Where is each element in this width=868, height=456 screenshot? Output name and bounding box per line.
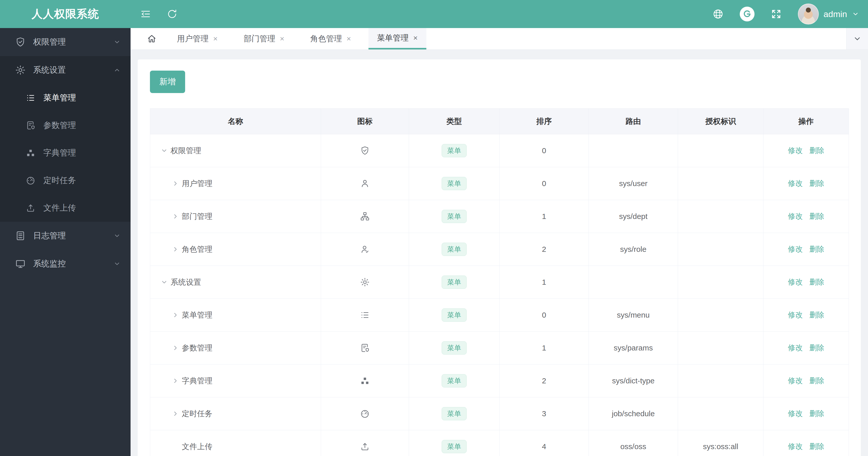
cell-perm [678, 364, 764, 397]
close-icon[interactable]: × [346, 35, 351, 42]
cell-type: 菜单 [409, 134, 499, 167]
edit-link[interactable]: 修改 [788, 146, 803, 155]
cell-route [589, 134, 678, 167]
chevron-down-icon[interactable] [160, 147, 168, 155]
edit-link[interactable]: 修改 [788, 179, 803, 187]
close-icon[interactable]: × [280, 35, 285, 42]
table-row: 定时任务菜单3job/schedule修改删除 [150, 397, 849, 430]
schedule-icon [360, 409, 370, 419]
chevron-right-icon[interactable] [172, 246, 179, 253]
sidebar-subitem-字典管理[interactable]: 字典管理 [0, 139, 130, 167]
dict-icon [360, 376, 370, 386]
menu-name: 菜单管理 [182, 310, 212, 320]
cell-name: 字典管理 [150, 364, 321, 397]
cell-route: sys/user [589, 167, 678, 200]
chevron-right-icon[interactable] [172, 377, 179, 385]
cell-perm [678, 167, 764, 200]
tab-菜单管理[interactable]: 菜单管理× [369, 28, 427, 50]
edit-link[interactable]: 修改 [788, 278, 803, 286]
menu-table: 名称图标类型排序路由授权标识操作 权限管理菜单0修改删除用户管理菜单0sys/u… [150, 108, 849, 456]
type-badge: 菜单 [442, 440, 467, 453]
delete-link[interactable]: 删除 [809, 344, 824, 352]
params-icon [360, 343, 370, 353]
chevron-right-icon[interactable] [172, 410, 179, 418]
close-icon[interactable]: × [213, 35, 218, 42]
cell-type: 菜单 [409, 167, 499, 200]
edit-link[interactable]: 修改 [788, 344, 803, 352]
edit-link[interactable]: 修改 [788, 377, 803, 385]
table-row: 角色管理菜单2sys/role修改删除 [150, 233, 849, 266]
cell-sort: 4 [499, 430, 589, 456]
gear-icon [360, 277, 370, 287]
sidebar-subitem-定时任务[interactable]: 定时任务 [0, 167, 130, 194]
user-menu[interactable]: admin [798, 4, 859, 25]
tab-部门管理[interactable]: 部门管理× [235, 28, 293, 50]
cell-sort: 3 [499, 397, 589, 430]
delete-link[interactable]: 删除 [809, 278, 824, 286]
tab-overflow-button[interactable] [846, 28, 868, 50]
delete-link[interactable]: 删除 [809, 442, 824, 450]
add-button[interactable]: 新增 [150, 71, 185, 93]
chevron-right-icon[interactable] [172, 311, 179, 319]
cell-type: 菜单 [409, 266, 499, 299]
sidebar-subitem-label: 参数管理 [43, 120, 76, 131]
refresh-icon[interactable] [166, 8, 178, 20]
tab-home[interactable] [146, 28, 157, 50]
cell-perm [678, 266, 764, 299]
sidebar-subitem-label: 字典管理 [43, 147, 76, 159]
close-icon[interactable]: × [413, 34, 418, 42]
upload-icon [26, 203, 36, 213]
avatar[interactable] [798, 4, 819, 25]
shield-check-icon [360, 145, 370, 156]
chevron-right-icon[interactable] [172, 180, 179, 187]
sidebar-item-系统监控[interactable]: 系统监控 [0, 250, 130, 278]
cell-sort: 1 [499, 332, 589, 364]
gitee-icon[interactable] [740, 7, 754, 22]
delete-link[interactable]: 删除 [809, 409, 824, 418]
edit-link[interactable]: 修改 [788, 311, 803, 319]
delete-link[interactable]: 删除 [809, 245, 824, 253]
sidebar-item-label: 系统监控 [33, 258, 66, 269]
delete-link[interactable]: 删除 [809, 146, 824, 155]
cell-sort: 2 [499, 233, 589, 266]
sidebar-subitem-参数管理[interactable]: 参数管理 [0, 111, 130, 139]
edit-link[interactable]: 修改 [788, 442, 803, 450]
menu-name: 字典管理 [182, 376, 212, 386]
chevron-right-icon[interactable] [172, 213, 179, 220]
sidebar-subitem-label: 菜单管理 [43, 92, 76, 103]
delete-link[interactable]: 删除 [809, 179, 824, 187]
cell-icon [321, 299, 409, 332]
menu-name: 用户管理 [182, 178, 212, 189]
delete-link[interactable]: 删除 [809, 311, 824, 319]
menu-name: 定时任务 [182, 409, 212, 419]
sidebar-item-日志管理[interactable]: 日志管理 [0, 222, 130, 250]
sidebar-item-系统设置[interactable]: 系统设置 [0, 56, 130, 84]
sidebar-item-权限管理[interactable]: 权限管理 [0, 28, 130, 56]
cell-route: sys/params [589, 332, 678, 364]
upload-icon [360, 442, 370, 452]
cell-perm [678, 200, 764, 233]
table-row: 部门管理菜单1sys/dept修改删除 [150, 200, 849, 233]
dict-icon [26, 148, 36, 158]
sidebar-subitem-文件上传[interactable]: 文件上传 [0, 194, 130, 222]
cell-actions: 修改删除 [764, 364, 849, 397]
edit-link[interactable]: 修改 [788, 212, 803, 220]
globe-icon[interactable] [712, 8, 724, 20]
fullscreen-icon[interactable] [770, 8, 782, 20]
edit-link[interactable]: 修改 [788, 245, 803, 253]
chevron-down-icon[interactable] [160, 278, 168, 286]
table-row: 用户管理菜单0sys/user修改删除 [150, 167, 849, 200]
chevron-right-icon[interactable] [172, 344, 179, 352]
cell-route: sys/dict-type [589, 364, 678, 397]
list-icon [360, 310, 370, 320]
list-icon [26, 93, 36, 103]
menu-fold-icon[interactable] [140, 8, 152, 20]
tab-用户管理[interactable]: 用户管理× [168, 28, 226, 50]
sidebar-subitem-菜单管理[interactable]: 菜单管理 [0, 84, 130, 111]
edit-link[interactable]: 修改 [788, 409, 803, 418]
cell-sort: 1 [499, 200, 589, 233]
tab-角色管理[interactable]: 角色管理× [302, 28, 360, 50]
delete-link[interactable]: 删除 [809, 212, 824, 220]
column-header-操作: 操作 [764, 108, 849, 134]
delete-link[interactable]: 删除 [809, 377, 824, 385]
